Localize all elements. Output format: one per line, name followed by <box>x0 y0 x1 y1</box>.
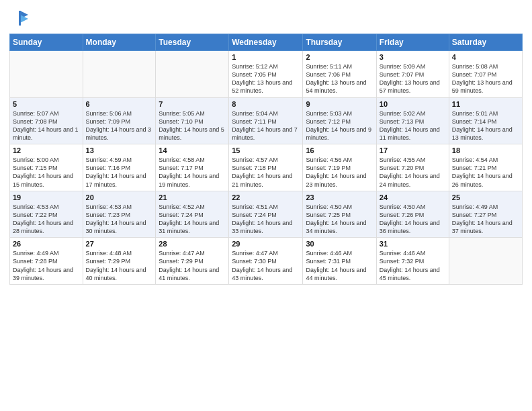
day-number: 22 <box>232 193 300 201</box>
day-info: Sunrise: 4:47 AMSunset: 7:29 PMDaylight:… <box>159 249 226 282</box>
calendar-cell: 11Sunrise: 5:01 AMSunset: 7:14 PMDayligh… <box>449 97 522 144</box>
day-info: Sunrise: 5:08 AMSunset: 7:07 PMDaylight:… <box>452 62 519 95</box>
day-number: 1 <box>232 53 300 61</box>
calendar-cell: 23Sunrise: 4:50 AMSunset: 7:25 PMDayligh… <box>303 191 376 238</box>
weekday-header-monday: Monday <box>83 34 156 51</box>
day-info: Sunrise: 4:50 AMSunset: 7:25 PMDaylight:… <box>306 203 373 236</box>
day-info: Sunrise: 4:49 AMSunset: 7:27 PMDaylight:… <box>452 203 519 236</box>
day-info: Sunrise: 4:58 AMSunset: 7:17 PMDaylight:… <box>159 156 226 189</box>
calendar-cell: 28Sunrise: 4:47 AMSunset: 7:29 PMDayligh… <box>156 238 229 285</box>
day-number: 2 <box>306 53 373 61</box>
day-info: Sunrise: 4:48 AMSunset: 7:29 PMDaylight:… <box>86 249 153 282</box>
weekday-header-wednesday: Wednesday <box>229 34 303 51</box>
day-info: Sunrise: 4:49 AMSunset: 7:28 PMDaylight:… <box>13 249 80 282</box>
day-info: Sunrise: 5:06 AMSunset: 7:09 PMDaylight:… <box>86 109 153 142</box>
calendar-cell: 9Sunrise: 5:03 AMSunset: 7:12 PMDaylight… <box>303 97 376 144</box>
day-info: Sunrise: 5:09 AMSunset: 7:07 PMDaylight:… <box>380 62 446 95</box>
calendar-cell: 22Sunrise: 4:51 AMSunset: 7:24 PMDayligh… <box>229 191 303 238</box>
day-number: 28 <box>159 240 226 248</box>
day-info: Sunrise: 4:53 AMSunset: 7:23 PMDaylight:… <box>86 203 153 236</box>
week-row-5: 26Sunrise: 4:49 AMSunset: 7:28 PMDayligh… <box>10 238 523 285</box>
calendar-cell: 14Sunrise: 4:58 AMSunset: 7:17 PMDayligh… <box>156 144 229 191</box>
day-info: Sunrise: 5:12 AMSunset: 7:05 PMDaylight:… <box>232 62 300 95</box>
day-info: Sunrise: 4:51 AMSunset: 7:24 PMDaylight:… <box>232 203 300 236</box>
day-number: 9 <box>306 100 373 108</box>
calendar-cell <box>10 51 83 98</box>
week-row-1: 1Sunrise: 5:12 AMSunset: 7:05 PMDaylight… <box>10 51 523 98</box>
day-number: 18 <box>452 146 519 154</box>
day-info: Sunrise: 4:54 AMSunset: 7:21 PMDaylight:… <box>452 156 519 189</box>
day-number: 29 <box>232 240 300 248</box>
calendar-cell: 18Sunrise: 4:54 AMSunset: 7:21 PMDayligh… <box>449 144 522 191</box>
weekday-header-thursday: Thursday <box>303 34 376 51</box>
day-number: 4 <box>452 53 519 61</box>
day-info: Sunrise: 4:50 AMSunset: 7:26 PMDaylight:… <box>380 203 446 236</box>
calendar-cell: 4Sunrise: 5:08 AMSunset: 7:07 PMDaylight… <box>449 51 522 98</box>
day-info: Sunrise: 5:03 AMSunset: 7:12 PMDaylight:… <box>306 109 373 142</box>
day-number: 15 <box>232 146 300 154</box>
calendar-cell: 20Sunrise: 4:53 AMSunset: 7:23 PMDayligh… <box>83 191 156 238</box>
day-number: 23 <box>306 193 373 201</box>
day-number: 10 <box>380 100 446 108</box>
day-number: 25 <box>452 193 519 201</box>
calendar-cell: 26Sunrise: 4:49 AMSunset: 7:28 PMDayligh… <box>10 238 83 285</box>
calendar-table: SundayMondayTuesdayWednesdayThursdayFrid… <box>9 34 523 285</box>
week-row-2: 5Sunrise: 5:07 AMSunset: 7:08 PMDaylight… <box>10 97 523 144</box>
day-info: Sunrise: 4:53 AMSunset: 7:22 PMDaylight:… <box>13 203 80 236</box>
calendar-cell: 25Sunrise: 4:49 AMSunset: 7:27 PMDayligh… <box>449 191 522 238</box>
calendar-cell: 21Sunrise: 4:52 AMSunset: 7:24 PMDayligh… <box>156 191 229 238</box>
calendar-cell: 12Sunrise: 5:00 AMSunset: 7:15 PMDayligh… <box>10 144 83 191</box>
calendar-cell <box>156 51 229 98</box>
day-number: 21 <box>159 193 226 201</box>
day-info: Sunrise: 5:07 AMSunset: 7:08 PMDaylight:… <box>13 109 80 142</box>
weekday-header-row: SundayMondayTuesdayWednesdayThursdayFrid… <box>10 34 523 51</box>
day-number: 7 <box>159 100 226 108</box>
svg-rect-2 <box>19 11 21 26</box>
calendar-cell: 19Sunrise: 4:53 AMSunset: 7:22 PMDayligh… <box>10 191 83 238</box>
day-info: Sunrise: 5:05 AMSunset: 7:10 PMDaylight:… <box>159 109 226 142</box>
day-info: Sunrise: 5:01 AMSunset: 7:14 PMDaylight:… <box>452 109 519 142</box>
calendar-cell: 2Sunrise: 5:11 AMSunset: 7:06 PMDaylight… <box>303 51 376 98</box>
day-info: Sunrise: 4:56 AMSunset: 7:19 PMDaylight:… <box>306 156 373 189</box>
week-row-3: 12Sunrise: 5:00 AMSunset: 7:15 PMDayligh… <box>10 144 523 191</box>
calendar-cell: 7Sunrise: 5:05 AMSunset: 7:10 PMDaylight… <box>156 97 229 144</box>
day-number: 6 <box>86 100 153 108</box>
day-number: 5 <box>13 100 80 108</box>
calendar-cell: 16Sunrise: 4:56 AMSunset: 7:19 PMDayligh… <box>303 144 376 191</box>
week-row-4: 19Sunrise: 4:53 AMSunset: 7:22 PMDayligh… <box>10 191 523 238</box>
calendar-cell: 13Sunrise: 4:59 AMSunset: 7:16 PMDayligh… <box>83 144 156 191</box>
day-number: 24 <box>380 193 446 201</box>
day-number: 31 <box>380 240 446 248</box>
calendar-cell: 10Sunrise: 5:02 AMSunset: 7:13 PMDayligh… <box>376 97 449 144</box>
day-number: 30 <box>306 240 373 248</box>
calendar-cell: 3Sunrise: 5:09 AMSunset: 7:07 PMDaylight… <box>376 51 449 98</box>
calendar-cell: 6Sunrise: 5:06 AMSunset: 7:09 PMDaylight… <box>83 97 156 144</box>
calendar-cell: 15Sunrise: 4:57 AMSunset: 7:18 PMDayligh… <box>229 144 303 191</box>
day-info: Sunrise: 5:04 AMSunset: 7:11 PMDaylight:… <box>232 109 300 142</box>
calendar-cell: 30Sunrise: 4:46 AMSunset: 7:31 PMDayligh… <box>303 238 376 285</box>
day-number: 12 <box>13 146 80 154</box>
calendar-cell: 8Sunrise: 5:04 AMSunset: 7:11 PMDaylight… <box>229 97 303 144</box>
calendar-cell: 5Sunrise: 5:07 AMSunset: 7:08 PMDaylight… <box>10 97 83 144</box>
weekday-header-sunday: Sunday <box>10 34 83 51</box>
calendar-cell <box>83 51 156 98</box>
weekday-header-tuesday: Tuesday <box>156 34 229 51</box>
day-info: Sunrise: 5:00 AMSunset: 7:15 PMDaylight:… <box>13 156 80 189</box>
calendar-cell: 27Sunrise: 4:48 AMSunset: 7:29 PMDayligh… <box>83 238 156 285</box>
day-info: Sunrise: 4:46 AMSunset: 7:32 PMDaylight:… <box>380 249 446 282</box>
header <box>9 7 523 28</box>
calendar-cell <box>449 238 522 285</box>
day-number: 11 <box>452 100 519 108</box>
calendar-cell: 31Sunrise: 4:46 AMSunset: 7:32 PMDayligh… <box>376 238 449 285</box>
weekday-header-friday: Friday <box>376 34 449 51</box>
day-info: Sunrise: 4:46 AMSunset: 7:31 PMDaylight:… <box>306 249 373 282</box>
day-number: 8 <box>232 100 300 108</box>
day-info: Sunrise: 4:55 AMSunset: 7:20 PMDaylight:… <box>380 156 446 189</box>
day-info: Sunrise: 5:11 AMSunset: 7:06 PMDaylight:… <box>306 62 373 95</box>
day-info: Sunrise: 4:47 AMSunset: 7:30 PMDaylight:… <box>232 249 300 282</box>
page: SundayMondayTuesdayWednesdayThursdayFrid… <box>0 0 532 411</box>
day-info: Sunrise: 5:02 AMSunset: 7:13 PMDaylight:… <box>380 109 446 142</box>
day-info: Sunrise: 4:59 AMSunset: 7:16 PMDaylight:… <box>86 156 153 189</box>
day-number: 20 <box>86 193 153 201</box>
logo-flag-icon <box>11 9 30 28</box>
